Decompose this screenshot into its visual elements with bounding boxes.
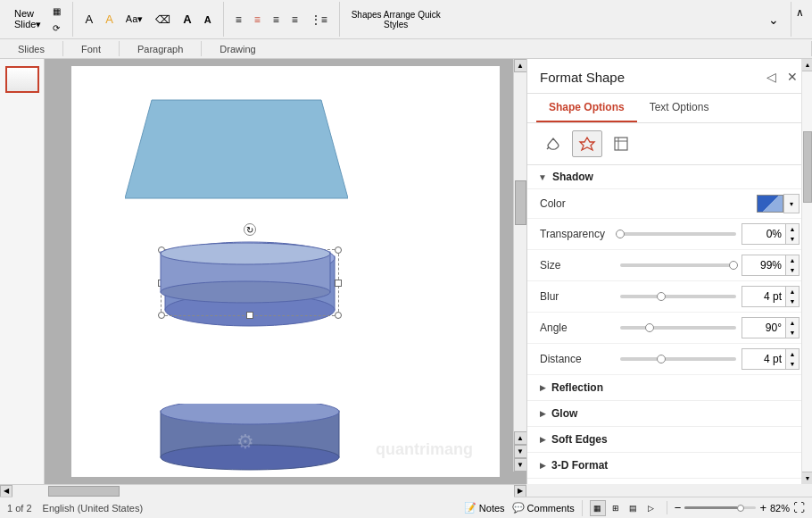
effects-icon-btn[interactable] bbox=[572, 130, 602, 157]
panel-scroll-up[interactable]: ▲ bbox=[802, 59, 812, 71]
layout-btn[interactable]: ▦ bbox=[48, 4, 65, 19]
align-right-btn[interactable]: ≡ bbox=[269, 11, 284, 29]
svg-point-5 bbox=[161, 243, 330, 264]
change-case-btn[interactable]: Aa▾ bbox=[121, 11, 147, 28]
transparency-spin-down[interactable]: ▼ bbox=[786, 234, 799, 244]
clear-format-btn[interactable]: ⌫ bbox=[151, 11, 175, 29]
slideshow-btn[interactable]: ▷ bbox=[643, 500, 659, 516]
transparency-value-box[interactable]: ▲ ▼ bbox=[742, 223, 800, 245]
font-size-decrease-btn[interactable]: A bbox=[200, 12, 216, 28]
distance-spin-up[interactable]: ▲ bbox=[786, 349, 799, 359]
notes-btn[interactable]: 📝 Notes bbox=[464, 502, 505, 514]
justify-btn[interactable]: ≡ bbox=[287, 11, 302, 29]
blur-thumb[interactable] bbox=[657, 292, 666, 301]
scroll-up-arrow[interactable]: ▲ bbox=[514, 431, 527, 445]
slide-number: 1 of 2 bbox=[7, 503, 32, 514]
panel-scroll-down[interactable]: ▼ bbox=[802, 472, 812, 484]
shapes-btn[interactable]: Shapes Arrange QuickStyles bbox=[347, 7, 445, 32]
distance-spin-down[interactable]: ▼ bbox=[786, 359, 799, 369]
transparency-input[interactable] bbox=[742, 226, 785, 242]
ribbon-collapse-btn[interactable]: ∧ bbox=[791, 4, 808, 21]
panel-close-btn[interactable]: ✕ bbox=[785, 68, 800, 86]
slide-sorter-btn[interactable]: ⊞ bbox=[608, 500, 624, 516]
vertical-scrollbar[interactable]: ▲ ▲ ▼ ▼ bbox=[513, 59, 526, 472]
scroll-thumb-v[interactable] bbox=[515, 180, 526, 225]
angle-spin-up[interactable]: ▲ bbox=[786, 318, 799, 328]
size-spin-down[interactable]: ▼ bbox=[786, 265, 799, 275]
new-slide-btn[interactable]: NewSlide▾ bbox=[11, 6, 45, 32]
horiz-scroll-left[interactable]: ◀ bbox=[0, 485, 12, 497]
zoom-thumb[interactable] bbox=[737, 505, 744, 512]
panel-scrollbar[interactable]: ▲ ▼ bbox=[801, 59, 812, 484]
zoom-in-btn[interactable]: + bbox=[759, 501, 766, 514]
column-btn[interactable]: ⋮≡ bbox=[306, 11, 332, 29]
slide-thumb-1[interactable] bbox=[5, 66, 39, 93]
shadow-section-header[interactable]: ▼ Shadow bbox=[527, 165, 812, 189]
size-slider[interactable] bbox=[620, 263, 736, 267]
blur-slider[interactable] bbox=[620, 295, 736, 298]
cylinder-bottom[interactable]: ⚙ bbox=[152, 404, 348, 475]
zoom-out-btn[interactable]: − bbox=[675, 501, 682, 514]
glow-section[interactable]: ▶ Glow bbox=[527, 401, 812, 427]
align-left-btn[interactable]: ≡ bbox=[231, 11, 246, 29]
distance-thumb[interactable] bbox=[657, 355, 666, 363]
transparency-slider[interactable] bbox=[620, 232, 736, 236]
normal-view-btn[interactable]: ▦ bbox=[590, 500, 606, 516]
transparency-thumb[interactable] bbox=[616, 230, 625, 238]
font-highlight-btn[interactable]: A bbox=[101, 10, 118, 29]
transparency-spin-up[interactable]: ▲ bbox=[786, 224, 799, 234]
size-input[interactable] bbox=[742, 257, 785, 273]
3d-format-section[interactable]: ▶ 3-D Format bbox=[527, 453, 812, 479]
color-control[interactable]: ▾ bbox=[757, 194, 800, 213]
reading-view-btn[interactable]: ▤ bbox=[626, 500, 642, 516]
distance-input[interactable] bbox=[742, 351, 785, 367]
angle-value-box[interactable]: ▲ ▼ bbox=[742, 317, 800, 338]
reflection-section[interactable]: ▶ Reflection bbox=[527, 375, 812, 401]
font-size-increase-btn[interactable]: A bbox=[178, 10, 195, 29]
blur-input[interactable] bbox=[742, 288, 785, 305]
color-dropdown-btn[interactable]: ▾ bbox=[783, 194, 800, 213]
reset-btn[interactable]: ⟳ bbox=[48, 21, 65, 36]
distance-spinner: ▲ ▼ bbox=[785, 349, 799, 369]
tab-text-options[interactable]: Text Options bbox=[637, 94, 722, 122]
size-thumb[interactable] bbox=[729, 261, 738, 270]
distance-slider[interactable] bbox=[620, 357, 736, 361]
comments-btn[interactable]: 💬 Comments bbox=[512, 502, 575, 514]
slide-canvas[interactable]: ↻ bbox=[71, 66, 500, 477]
distance-value-box[interactable]: ▲ ▼ bbox=[742, 348, 800, 370]
blur-value-box[interactable]: ▲ ▼ bbox=[742, 286, 800, 307]
shadow-expand-arrow: ▼ bbox=[538, 172, 547, 182]
angle-thumb[interactable] bbox=[645, 323, 654, 332]
angle-slider[interactable] bbox=[620, 326, 736, 330]
soft-edges-section[interactable]: ▶ Soft Edges bbox=[527, 427, 812, 453]
horiz-scroll-right[interactable]: ▶ bbox=[514, 485, 526, 497]
font-color-btn[interactable]: A bbox=[80, 10, 97, 29]
scroll-up-btn[interactable]: ▲ bbox=[514, 59, 527, 72]
angle-spin-down[interactable]: ▼ bbox=[786, 328, 799, 338]
panel-pin-btn[interactable]: ◁ bbox=[765, 68, 778, 86]
language-indicator[interactable]: English (United States) bbox=[43, 503, 144, 514]
fill-icon-btn[interactable] bbox=[538, 130, 568, 157]
tab-shape-options[interactable]: Shape Options bbox=[536, 94, 637, 122]
blur-spinner: ▲ ▼ bbox=[785, 287, 799, 306]
blur-spin-up[interactable]: ▲ bbox=[786, 287, 799, 297]
blur-spin-down[interactable]: ▼ bbox=[786, 297, 799, 306]
scroll-down-btn[interactable]: ▼ bbox=[514, 458, 527, 472]
cylinder-top[interactable] bbox=[156, 243, 335, 305]
zoom-slider[interactable] bbox=[684, 506, 756, 509]
size-icon-btn[interactable] bbox=[606, 130, 636, 157]
angle-input[interactable] bbox=[742, 320, 785, 336]
shadow-label: Shadow bbox=[552, 171, 593, 183]
horiz-scroll-thumb[interactable] bbox=[48, 486, 120, 497]
size-spin-up[interactable]: ▲ bbox=[786, 255, 799, 265]
fit-slide-btn[interactable]: ⛶ bbox=[793, 501, 805, 514]
scroll-arrows-pair: ▲ ▼ bbox=[514, 431, 527, 458]
panel-scroll-thumb[interactable] bbox=[803, 131, 812, 203]
align-center-btn[interactable]: ≡ bbox=[250, 11, 265, 29]
trapezoid-shape[interactable] bbox=[125, 91, 348, 207]
size-value-box[interactable]: ▲ ▼ bbox=[742, 255, 800, 276]
zoom-level-btn[interactable]: 82% bbox=[770, 503, 790, 514]
color-swatch[interactable] bbox=[757, 195, 783, 213]
scroll-down-arrow[interactable]: ▼ bbox=[514, 445, 527, 458]
drawing-expand-btn[interactable]: ⌄ bbox=[764, 10, 783, 29]
